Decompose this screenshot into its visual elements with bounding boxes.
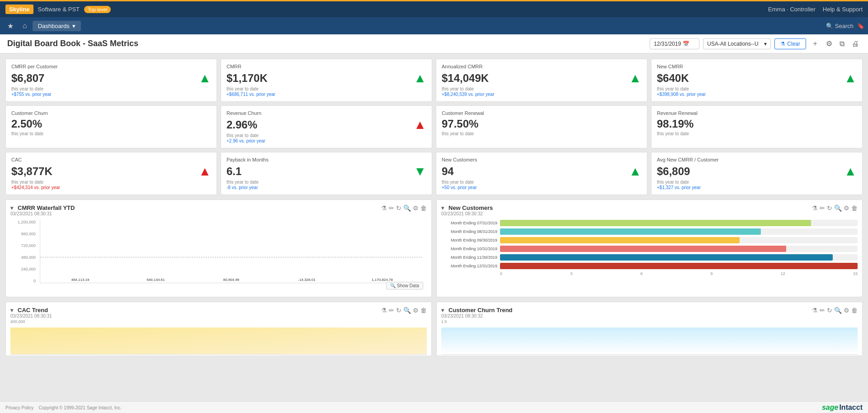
kpi-sub: this year to date: [11, 86, 211, 91]
waterfall-chart-actions: ⚗ ✏ ↻ 🔍 ⚙ 🗑: [381, 204, 427, 212]
search-button[interactable]: 🔍 Search: [826, 23, 854, 29]
refresh-icon[interactable]: ↻: [827, 307, 832, 314]
waterfall-chart-title: ▾ CMRR Waterfall YTD: [10, 204, 75, 211]
kpi-sub: this year to date: [442, 131, 642, 136]
nc-bar-fill: [500, 220, 811, 226]
date-picker[interactable]: 12/31/2019 📅: [650, 38, 699, 49]
arrow-up-icon: ▲: [629, 164, 642, 179]
kpi-card: Customer Renewal 97.50% this year to dat…: [436, 105, 647, 148]
filter-icon-chart[interactable]: ⚗: [812, 204, 818, 212]
nc-bar-track: [500, 237, 858, 243]
collapse-icon[interactable]: ▾: [10, 307, 13, 313]
skyline-logo: Skyline: [5, 5, 33, 14]
zoom-icon[interactable]: 🔍: [403, 307, 411, 314]
nc-chart-actions: ⚗ ✏ ↻ 🔍 ⚙ 🗑: [812, 204, 858, 212]
kpi-value-row: 97.50%: [442, 118, 642, 130]
kpi-value-row: $6,807 ▲: [11, 71, 211, 85]
kpi-label: CMRR: [226, 64, 426, 69]
nc-bar-label: Month Ending 12/31/2019: [441, 264, 500, 268]
filter-icon-chart[interactable]: ⚗: [381, 307, 387, 314]
filter-icon-chart[interactable]: ⚗: [812, 307, 818, 314]
kpi-sub: this year to date: [11, 180, 211, 185]
charts-row-2: ▾ CAC Trend 03/23/2021 08:30:31 ⚗ ✏ ↻ 🔍 …: [5, 302, 863, 356]
kpi-label: New Customers: [442, 157, 642, 162]
churn-title-area: ▾ Customer Churn Trend 03/23/2021 08:30:…: [441, 307, 513, 318]
kpi-value: 2.50%: [11, 118, 42, 130]
nc-bar-fill: [500, 237, 740, 243]
footer: Privacy Policy Copyright © 1999-2021 Sag…: [0, 401, 868, 413]
bookmark-icon[interactable]: 🔖: [857, 23, 864, 29]
edit-icon[interactable]: ✏: [820, 204, 825, 212]
star-icon[interactable]: ★: [4, 20, 17, 32]
location-select[interactable]: USA-All Locations--U ▾: [703, 38, 771, 49]
waterfall-bar-group: 640,134.61: [118, 278, 193, 283]
settings-icon[interactable]: ⚙: [413, 204, 419, 212]
kpi-label: Avg New CMRR / Customer: [657, 157, 857, 162]
kpi-sub: this year to date: [442, 86, 642, 91]
zoom-icon[interactable]: 🔍: [834, 204, 842, 212]
top-level-badge[interactable]: Top level: [84, 6, 111, 13]
waterfall-bar-group: -14,328.01: [269, 278, 344, 283]
nav-bar: ★ ⌂ Dashboards ▾ 🔍 Search 🔖: [0, 17, 868, 34]
refresh-icon[interactable]: ↻: [827, 204, 832, 212]
churn-trend-card: ▾ Customer Churn Trend 03/23/2021 08:30:…: [436, 302, 863, 356]
kpi-sub: this year to date: [226, 133, 426, 138]
collapse-icon[interactable]: ▾: [441, 307, 444, 313]
kpi-compare: +$8,240,539 vs. prior year: [442, 92, 642, 97]
privacy-policy[interactable]: Privacy Policy: [5, 405, 33, 410]
nc-bar-label: Month Ending 09/30/2019: [441, 238, 500, 242]
kpi-value: $6,807: [11, 72, 44, 85]
edit-icon[interactable]: ✏: [820, 307, 825, 314]
collapse-icon[interactable]: ▾: [10, 205, 13, 211]
kpi-value-row: $1,170K ▲: [226, 71, 426, 85]
collapse-icon[interactable]: ▾: [441, 205, 444, 211]
trash-icon[interactable]: 🗑: [420, 307, 427, 314]
kpi-value-row: 2.50%: [11, 118, 211, 130]
clear-button[interactable]: ⚗ Clear: [774, 38, 806, 49]
kpi-label: Customer Churn: [11, 110, 211, 116]
help-link[interactable]: Help & Support: [823, 6, 863, 13]
churn-title: ▾ Customer Churn Trend: [441, 307, 513, 313]
trash-icon[interactable]: 🗑: [851, 307, 858, 314]
top-bar-right: Emma · Controller Help & Support: [768, 6, 863, 13]
filter-icon-chart[interactable]: ⚗: [381, 204, 387, 212]
kpi-value: $640K: [657, 72, 689, 85]
wf-yaxis: 1,200,000960,000720,000480,000240,0000: [10, 220, 38, 283]
settings-icon[interactable]: ⚙: [844, 307, 849, 314]
kpi-label: Annualized CMRR: [442, 64, 642, 69]
company-name: Software & PST: [38, 6, 80, 13]
user-info: Emma · Controller: [768, 6, 816, 13]
copy-button[interactable]: ⧉: [838, 39, 846, 49]
refresh-icon[interactable]: ↻: [396, 204, 401, 212]
kpi-value: 6.1: [226, 165, 241, 178]
clear-label: Clear: [787, 41, 800, 47]
copyright: Copyright © 1999-2021 Sage Intacct, Inc.: [38, 405, 122, 410]
show-data-button[interactable]: 🔍 Show Data: [386, 282, 423, 290]
print-button[interactable]: 🖨: [850, 39, 861, 49]
edit-icon[interactable]: ✏: [389, 307, 394, 314]
kpi-label: Revenue Churn: [226, 110, 426, 116]
trash-icon[interactable]: 🗑: [851, 204, 858, 212]
settings-icon[interactable]: ⚙: [844, 204, 849, 212]
add-button[interactable]: ＋: [810, 38, 821, 49]
nc-bar-track: [500, 220, 858, 226]
edit-icon[interactable]: ✏: [389, 204, 394, 212]
kpi-value-row: $3,877K ▲: [11, 164, 211, 179]
waterfall-bar-group: 484,113.19: [42, 278, 118, 283]
zoom-icon[interactable]: 🔍: [834, 307, 842, 314]
kpi-sub: this year to date: [442, 180, 642, 185]
kpi-compare: +50 vs. prior year: [442, 185, 642, 190]
kpi-compare: +$1,327 vs. prior year: [657, 185, 857, 190]
nc-bar-label: Month Ending 10/31/2019: [441, 247, 500, 251]
settings-button[interactable]: ⚙: [824, 38, 834, 49]
nc-bar-chart: Month Ending 07/31/2019 Month Ending 08/…: [441, 220, 858, 276]
dashboards-menu[interactable]: Dashboards ▾: [33, 21, 81, 31]
settings-icon[interactable]: ⚙: [413, 307, 419, 314]
kpi-value-row: 94 ▲: [442, 164, 642, 179]
trash-icon[interactable]: 🗑: [420, 204, 427, 212]
kpi-card: CAC $3,877K ▲ this year to date +$424,31…: [5, 152, 217, 195]
refresh-icon[interactable]: ↻: [396, 307, 401, 314]
zoom-icon[interactable]: 🔍: [403, 204, 411, 212]
home-icon[interactable]: ⌂: [19, 20, 31, 32]
kpi-compare: +$424,314 vs. prior year: [11, 185, 211, 190]
